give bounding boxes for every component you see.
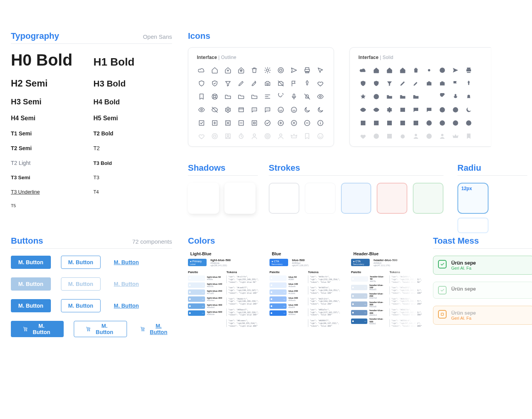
toast-action[interactable]: Geri Al. Fa bbox=[451, 316, 476, 320]
edit-icon bbox=[411, 79, 421, 88]
minus-sq-icon bbox=[398, 118, 407, 128]
button-primary[interactable]: M. Button bbox=[11, 256, 51, 269]
stop-sq-icon bbox=[411, 118, 421, 128]
bookmark-icon bbox=[197, 92, 206, 101]
button-text-disabled: M. Button bbox=[111, 277, 142, 291]
camera-icon bbox=[263, 79, 272, 88]
type-style-h5s: H5 Semi bbox=[94, 115, 172, 122]
align-icon bbox=[424, 92, 434, 101]
swatch-light-blue-500[interactable]: — light-blue-500#3a8dde bbox=[188, 310, 223, 316]
trash-icon bbox=[250, 66, 259, 75]
eye-icon bbox=[358, 105, 368, 114]
swatch-blue-50[interactable]: — blue-50#f3f8ff bbox=[269, 275, 305, 281]
camera-off-icon bbox=[276, 79, 285, 88]
button-outline[interactable]: M. Button bbox=[61, 299, 101, 312]
eye-off-icon bbox=[372, 105, 381, 114]
heart-icon bbox=[358, 132, 368, 141]
swatch-header-blue-50[interactable]: — header-blue-50#f4f7fb bbox=[351, 275, 386, 282]
swatch-header-blue-300[interactable]: — header-blue-300#9fb9d8 bbox=[351, 301, 386, 308]
stroke-grey-light bbox=[305, 183, 336, 214]
svg-point-2 bbox=[87, 331, 88, 331]
typography-title: Typography bbox=[11, 31, 59, 41]
token-entry: "var": "#cae6f7", "rgb": "rgb(198,223,24… bbox=[226, 286, 262, 294]
toast-message: Ürün sepe bbox=[451, 310, 476, 316]
swatch-blue-500[interactable]: — blue-500#2f80ed bbox=[269, 310, 305, 316]
token-entry: "var": "#addcfc", "rgb": "rgb(186,200,23… bbox=[226, 298, 262, 305]
camera-off-icon bbox=[438, 79, 447, 88]
button-outline-disabled: M. Button bbox=[61, 277, 101, 291]
token-entry: "var": "#a7c1fe", "rgb": "rgb(164,192,25… bbox=[308, 298, 343, 305]
button-outline[interactable]: M. Button bbox=[61, 256, 101, 269]
preview-icon bbox=[316, 92, 325, 101]
swatch-header-blue-500[interactable]: — header-blue-500#2f6fb0 bbox=[351, 318, 386, 325]
edit-icon bbox=[250, 79, 259, 88]
folder-icon bbox=[398, 92, 407, 101]
camera-icon bbox=[424, 79, 434, 88]
toast-warning[interactable]: Ürün sepe Geri Al. Fa bbox=[433, 306, 532, 325]
token-entry: "var": "#6caaec", "rgb": "rgb(98,155,214… bbox=[226, 319, 262, 327]
stroke-green bbox=[413, 183, 443, 214]
button-text-lg-icon[interactable]: M. Button bbox=[137, 321, 172, 337]
token-entry: "var": "#b0c8ee", "rgb": "rgb(175,198,23… bbox=[389, 298, 425, 305]
type-style-t4r: T4 bbox=[94, 189, 172, 195]
check-sq-icon bbox=[358, 118, 368, 128]
palette-chip: ● CTASecondary bbox=[269, 259, 288, 266]
palette-Blue: Blue ● CTASecondary blue-500#2f80edrgb(4… bbox=[269, 251, 343, 330]
swatch-light-blue-100[interactable]: — light-blue-100#e6f0fb bbox=[188, 282, 223, 288]
sun-icon bbox=[424, 66, 434, 75]
toast-section: Toast Mess Ürün sepe Geri Al. Fa Ürün se… bbox=[433, 236, 532, 332]
swatch-blue-100[interactable]: — blue-100#e3eefe bbox=[269, 282, 305, 288]
colors-section: Colors Light-Blue ● PrimaryLabel light-b… bbox=[188, 236, 417, 330]
toast-success-muted[interactable]: Ürün sepe bbox=[433, 282, 532, 299]
home-icon bbox=[372, 66, 381, 75]
swatch-header-blue-400[interactable]: — header-blue-400#6b94c4 bbox=[351, 309, 386, 316]
plus-circle-icon bbox=[438, 118, 447, 128]
window-icon bbox=[398, 105, 407, 114]
token-entry: "var": "#85a7ec", "rgb": "rgb(127,162,23… bbox=[308, 308, 343, 316]
token-entry: "var": "#e9ecfe", "rgb": "rgb(232,236,25… bbox=[308, 275, 343, 283]
swatch-header-blue-200[interactable]: — header-blue-200#c8d7e9 bbox=[351, 293, 386, 300]
crown-icon bbox=[451, 132, 460, 141]
target-icon bbox=[424, 132, 434, 141]
button-text[interactable]: M. Button bbox=[111, 256, 142, 269]
stroke-blue bbox=[341, 183, 372, 214]
eye-off-icon bbox=[210, 105, 219, 114]
target-icon bbox=[263, 132, 272, 141]
swatch-blue-200[interactable]: — blue-200#c3dbfc bbox=[269, 289, 305, 295]
swatch-blue-400[interactable]: — blue-400#5e9ff4 bbox=[269, 303, 305, 309]
svg-point-3 bbox=[89, 331, 90, 331]
toast-action[interactable]: Geri Al. Fa bbox=[451, 266, 476, 270]
shield-icon bbox=[197, 79, 206, 88]
swatch-light-blue-200[interactable]: — light-blue-200#c7ddf5 bbox=[188, 289, 223, 295]
swatch-blue-300[interactable]: — blue-300#94befa bbox=[269, 296, 305, 302]
timer-icon bbox=[236, 132, 246, 141]
icons-section: Icons Interface | Outline Interface | So… bbox=[188, 31, 491, 147]
type-style-t3r: T3 bbox=[94, 175, 172, 180]
shadows-section: Shadows bbox=[188, 163, 258, 214]
night-icon bbox=[464, 105, 473, 114]
filter-icon bbox=[385, 79, 394, 88]
night-icon bbox=[303, 105, 312, 114]
button-primary[interactable]: M. Button bbox=[11, 299, 51, 312]
swatch-light-blue-300[interactable]: — light-blue-300#9dc4ee bbox=[188, 296, 223, 302]
swatch-light-blue-400[interactable]: — light-blue-400#6aa8e6 bbox=[188, 303, 223, 309]
token-entry: "var": "#e2e9fc", "rgb": "rgb(226,232,25… bbox=[389, 275, 425, 283]
button-outline-lg-icon[interactable]: M. Button bbox=[74, 321, 127, 337]
align-icon bbox=[263, 92, 272, 101]
minus-circle-icon bbox=[303, 118, 312, 128]
token-entry: "var": "#6090f7", "rgb": "rgb(86,137,232… bbox=[308, 319, 343, 327]
svg-rect-6 bbox=[441, 313, 443, 315]
toast-success[interactable]: Ürün sepe Geri Al. Fa bbox=[433, 256, 532, 275]
type-style-t2l: T2 Light bbox=[11, 160, 90, 166]
pin-icon bbox=[303, 79, 312, 88]
swatch-light-blue-50[interactable]: — light-blue-50#f4f9fe bbox=[188, 275, 223, 281]
icons-solid-label: Interface | Solid bbox=[358, 55, 491, 60]
info-circle-icon bbox=[316, 118, 325, 128]
timer-icon bbox=[398, 132, 407, 141]
typography-section: Typography Open Sans H0 BoldH1 BoldH2 Se… bbox=[11, 31, 172, 208]
check-sq-icon bbox=[197, 118, 206, 128]
swatch-header-blue-100[interactable]: — header-blue-100#e6edf5 bbox=[351, 284, 386, 291]
button-text[interactable]: M. Button bbox=[111, 299, 142, 312]
x-sq-icon bbox=[223, 118, 233, 128]
button-primary-lg-icon[interactable]: M. Button bbox=[11, 321, 64, 337]
